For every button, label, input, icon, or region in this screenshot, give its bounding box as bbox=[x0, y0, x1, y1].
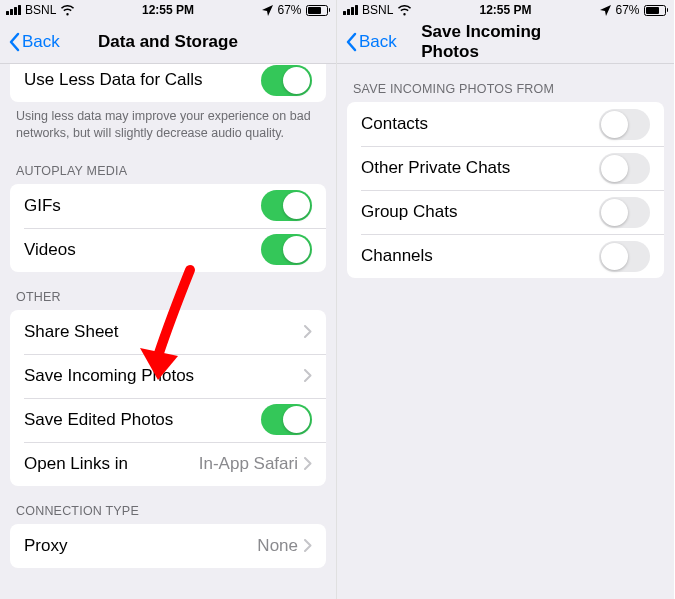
other-group: Share Sheet Save Incoming Photos Save Ed… bbox=[10, 310, 326, 486]
location-icon bbox=[262, 5, 273, 16]
toggle-videos[interactable] bbox=[261, 234, 312, 265]
carrier-label: BSNL bbox=[362, 3, 393, 17]
chevron-right-icon bbox=[304, 369, 312, 382]
row-value: In-App Safari bbox=[199, 454, 298, 474]
screen-save-incoming-photos: BSNL 12:55 PM 67% Back Save Incoming Pho… bbox=[337, 0, 674, 599]
row-group-chats[interactable]: Group Chats bbox=[347, 190, 664, 234]
row-proxy[interactable]: Proxy None bbox=[10, 524, 326, 568]
row-label: Contacts bbox=[361, 114, 599, 134]
chevron-left-icon bbox=[345, 32, 357, 52]
row-save-edited-photos[interactable]: Save Edited Photos bbox=[10, 398, 326, 442]
toggle-contacts[interactable] bbox=[599, 109, 650, 140]
signal-icon bbox=[343, 5, 358, 15]
row-use-less-data[interactable]: Use Less Data for Calls bbox=[10, 58, 326, 102]
clock-label: 12:55 PM bbox=[479, 3, 531, 17]
battery-percent: 67% bbox=[277, 3, 301, 17]
toggle-gifs[interactable] bbox=[261, 190, 312, 221]
section-connection-header: CONNECTION TYPE bbox=[0, 486, 336, 524]
row-gifs[interactable]: GIFs bbox=[10, 184, 326, 228]
row-save-incoming-photos[interactable]: Save Incoming Photos bbox=[10, 354, 326, 398]
back-label: Back bbox=[359, 32, 397, 52]
signal-icon bbox=[6, 5, 21, 15]
toggle-other-private-chats[interactable] bbox=[599, 153, 650, 184]
row-other-private-chats[interactable]: Other Private Chats bbox=[347, 146, 664, 190]
row-channels[interactable]: Channels bbox=[347, 234, 664, 278]
toggle-use-less-data[interactable] bbox=[261, 65, 312, 96]
save-from-group: Contacts Other Private Chats Group Chats… bbox=[347, 102, 664, 278]
clock-label: 12:55 PM bbox=[142, 3, 194, 17]
chevron-right-icon bbox=[304, 539, 312, 552]
screen-data-and-storage: BSNL 12:55 PM 67% Back Data and Storage … bbox=[0, 0, 337, 599]
battery-icon bbox=[644, 5, 669, 16]
page-title: Save Incoming Photos bbox=[421, 22, 590, 62]
row-label: Save Incoming Photos bbox=[24, 366, 304, 386]
battery-icon bbox=[306, 5, 331, 16]
toggle-group-chats[interactable] bbox=[599, 197, 650, 228]
use-less-data-footer: Using less data may improve your experie… bbox=[0, 102, 336, 146]
section-save-from-header: SAVE INCOMING PHOTOS FROM bbox=[337, 64, 674, 102]
row-label: Videos bbox=[24, 240, 261, 260]
row-value: None bbox=[257, 536, 298, 556]
carrier-label: BSNL bbox=[25, 3, 56, 17]
use-less-data-group: Use Less Data for Calls bbox=[10, 58, 326, 102]
battery-percent: 67% bbox=[615, 3, 639, 17]
chevron-right-icon bbox=[304, 325, 312, 338]
row-label: Save Edited Photos bbox=[24, 410, 261, 430]
status-bar: BSNL 12:55 PM 67% bbox=[337, 0, 674, 20]
back-button[interactable]: Back bbox=[8, 32, 60, 52]
row-label: Proxy bbox=[24, 536, 257, 556]
row-label: Use Less Data for Calls bbox=[24, 70, 261, 90]
back-label: Back bbox=[22, 32, 60, 52]
row-contacts[interactable]: Contacts bbox=[347, 102, 664, 146]
row-label: Group Chats bbox=[361, 202, 599, 222]
row-label: Other Private Chats bbox=[361, 158, 599, 178]
row-label: Open Links in bbox=[24, 454, 199, 474]
row-label: Share Sheet bbox=[24, 322, 304, 342]
row-share-sheet[interactable]: Share Sheet bbox=[10, 310, 326, 354]
row-label: Channels bbox=[361, 246, 599, 266]
row-open-links-in[interactable]: Open Links in In-App Safari bbox=[10, 442, 326, 486]
toggle-save-edited[interactable] bbox=[261, 404, 312, 435]
wifi-icon bbox=[397, 5, 412, 16]
chevron-left-icon bbox=[8, 32, 20, 52]
connection-group: Proxy None bbox=[10, 524, 326, 568]
section-other-header: OTHER bbox=[0, 272, 336, 310]
chevron-right-icon bbox=[304, 457, 312, 470]
row-label: GIFs bbox=[24, 196, 261, 216]
autoplay-group: GIFs Videos bbox=[10, 184, 326, 272]
location-icon bbox=[600, 5, 611, 16]
toggle-channels[interactable] bbox=[599, 241, 650, 272]
nav-bar: Back Save Incoming Photos bbox=[337, 20, 674, 64]
row-videos[interactable]: Videos bbox=[10, 228, 326, 272]
back-button[interactable]: Back bbox=[345, 32, 397, 52]
wifi-icon bbox=[60, 5, 75, 16]
page-title: Data and Storage bbox=[98, 32, 238, 52]
status-bar: BSNL 12:55 PM 67% bbox=[0, 0, 336, 20]
section-autoplay-header: AUTOPLAY MEDIA bbox=[0, 146, 336, 184]
